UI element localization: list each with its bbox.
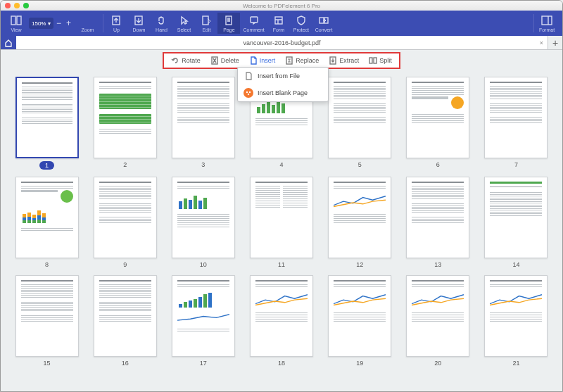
- comment-tool[interactable]: Comment: [240, 13, 267, 34]
- page-preview: [406, 275, 469, 357]
- replace-icon: [285, 56, 293, 65]
- page-number: 4: [279, 161, 283, 168]
- file-tab[interactable]: vancouver-2016-budget.pdf ×: [16, 36, 548, 49]
- app-window: Welcome to PDFelement 6 Pro View 150% ▾ …: [0, 0, 563, 392]
- page-number: 13: [434, 261, 441, 268]
- rotate-icon: [171, 56, 179, 65]
- titlebar: Welcome to PDFelement 6 Pro: [1, 1, 562, 11]
- page-thumbnail[interactable]: 8: [11, 177, 83, 268]
- page-thumbnail[interactable]: 17: [167, 275, 239, 367]
- extract-button[interactable]: Extract: [324, 55, 363, 66]
- page-number: 11: [278, 261, 285, 268]
- form-tool[interactable]: Form: [267, 13, 290, 34]
- page-thumbnail[interactable]: 9: [89, 177, 161, 268]
- page-number: 2: [123, 161, 127, 168]
- page-thumbnail[interactable]: 16: [89, 275, 161, 367]
- page-thumbnail[interactable]: 6: [402, 77, 474, 170]
- tabstrip: vancouver-2016-budget.pdf × +: [1, 36, 562, 50]
- replace-button[interactable]: Replace: [281, 55, 323, 66]
- page-tool[interactable]: Page: [217, 13, 240, 34]
- page-preview: [328, 177, 391, 258]
- file-icon: [243, 71, 253, 81]
- insert-blank-page-item[interactable]: Insert Blank Page: [238, 84, 328, 101]
- split-button[interactable]: Split: [365, 55, 396, 66]
- blank-page-icon: [243, 88, 253, 98]
- page-thumbnail[interactable]: 19: [324, 275, 396, 367]
- page-preview: [172, 177, 235, 258]
- split-icon: [369, 56, 377, 65]
- window-title: Welcome to PDFelement 6 Pro: [1, 3, 562, 9]
- page-preview: [250, 275, 313, 357]
- page-preview: [250, 177, 313, 258]
- page-thumbnail[interactable]: 14: [480, 177, 552, 268]
- zoom-in-button[interactable]: +: [63, 18, 73, 28]
- protect-tool[interactable]: Protect: [290, 13, 312, 34]
- page-thumbnail[interactable]: 18: [245, 275, 317, 367]
- page-preview: [484, 275, 548, 357]
- page-number: 7: [514, 161, 518, 168]
- hand-tool[interactable]: Hand: [150, 13, 172, 34]
- thumbnail-scroll[interactable]: 1 2 3 4 5 6 7 8 9 10 11 12 13 14 15 16 1…: [1, 71, 562, 391]
- convert-tool[interactable]: Convert: [312, 13, 336, 34]
- page-preview: [406, 177, 469, 258]
- page-number: 5: [358, 161, 362, 168]
- svg-rect-15: [542, 16, 552, 25]
- insert-from-file-item[interactable]: Insert from File: [238, 68, 328, 84]
- page-thumbnail[interactable]: 21: [480, 275, 552, 367]
- page-thumbnail[interactable]: 5: [324, 77, 396, 170]
- zoom-group: 150% ▾ − +: [29, 18, 73, 29]
- select-tool[interactable]: Select: [172, 13, 195, 34]
- page-number: 15: [44, 360, 51, 367]
- rotate-button[interactable]: Rotate: [167, 55, 205, 66]
- page-number: 19: [356, 360, 363, 367]
- edit-tool[interactable]: Edit: [195, 13, 217, 34]
- page-preview: [15, 177, 79, 258]
- page-thumbnail[interactable]: 1: [11, 77, 83, 170]
- delete-button[interactable]: Delete: [206, 55, 243, 66]
- separator: [533, 14, 534, 32]
- svg-rect-1: [17, 16, 21, 25]
- format-tool[interactable]: Format: [536, 13, 558, 34]
- page-preview: [15, 77, 79, 158]
- page-preview: [406, 77, 469, 158]
- close-tab-button[interactable]: ×: [540, 39, 543, 46]
- page-thumbnail[interactable]: 12: [324, 177, 396, 268]
- page-preview: [484, 177, 548, 258]
- zoom-out-button[interactable]: −: [53, 18, 63, 28]
- page-number: 20: [434, 360, 441, 367]
- page-preview: [328, 275, 391, 357]
- svg-point-25: [249, 91, 251, 93]
- page-number: 10: [200, 261, 207, 268]
- page-thumbnail[interactable]: 10: [167, 177, 239, 268]
- add-tab-button[interactable]: +: [548, 36, 562, 49]
- page-thumbnail[interactable]: 20: [402, 275, 474, 367]
- svg-rect-10: [275, 17, 282, 24]
- page-number: 17: [200, 360, 207, 367]
- page-thumbnail[interactable]: 13: [402, 177, 474, 268]
- page-thumbnail[interactable]: 3: [167, 77, 239, 170]
- insert-button[interactable]: Insert: [245, 55, 280, 66]
- page-preview: [94, 275, 157, 357]
- svg-rect-23: [374, 58, 377, 63]
- page-number: 8: [45, 261, 49, 268]
- thumbnail-grid: 1 2 3 4 5 6 7 8 9 10 11 12 13 14 15 16 1…: [1, 71, 562, 377]
- view-tool[interactable]: View: [5, 13, 27, 34]
- home-icon: [4, 39, 13, 47]
- home-tab[interactable]: [1, 36, 16, 49]
- page-number: 14: [512, 261, 519, 268]
- page-thumbnail[interactable]: 11: [245, 177, 317, 268]
- insert-icon: [249, 56, 258, 65]
- separator: [103, 14, 103, 32]
- svg-rect-4: [203, 16, 208, 25]
- page-preview: [484, 77, 548, 158]
- page-thumbnail[interactable]: 15: [11, 275, 83, 367]
- svg-point-24: [246, 91, 248, 93]
- insert-dropdown: Insert from File Insert Blank Page: [237, 67, 329, 102]
- up-tool[interactable]: Up: [105, 13, 127, 34]
- extract-icon: [329, 56, 337, 65]
- down-tool[interactable]: Down: [127, 13, 150, 34]
- zoom-select[interactable]: 150% ▾: [29, 18, 53, 29]
- page-thumbnail[interactable]: 7: [480, 77, 552, 170]
- page-thumbnail[interactable]: 2: [89, 77, 161, 170]
- page-ops-bar: Rotate Delete Insert Replace Extract Spl…: [1, 50, 562, 71]
